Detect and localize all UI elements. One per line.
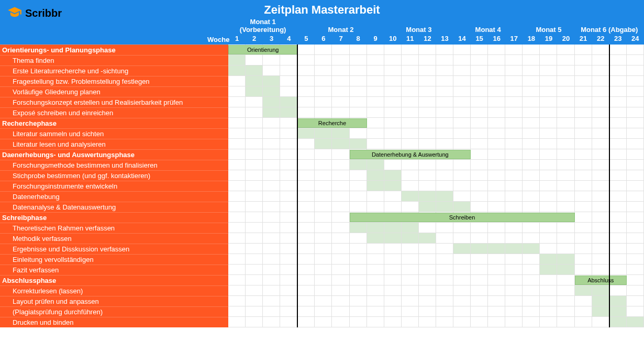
month-header: Monat 3 [384, 18, 453, 35]
gantt-cell [419, 275, 436, 285]
page-title: Zeitplan Masterarbeit [0, 0, 644, 18]
gantt-cell [557, 223, 574, 233]
gantt-cell [384, 139, 402, 149]
gantt-cell [350, 86, 367, 97]
week-header: 4 [280, 35, 297, 45]
gantt-cell [419, 191, 436, 202]
gantt-cell [332, 223, 349, 233]
gantt-cell [367, 296, 384, 306]
gantt-cell [332, 275, 349, 285]
gantt-cell [367, 86, 384, 97]
gantt-cell [332, 233, 349, 244]
gantt-cell [315, 265, 332, 275]
gantt-cell [523, 181, 540, 191]
gantt-cell [575, 306, 592, 317]
gantt-cell [540, 306, 557, 317]
gantt-cell [367, 265, 384, 275]
gantt-cell [592, 45, 609, 55]
task-row: Stichprobe bestimmen (und ggf. kontaktie… [0, 170, 644, 181]
gantt-cell [246, 160, 263, 170]
gantt-cell [419, 285, 436, 296]
gantt-cell [297, 86, 315, 97]
gantt-cell [609, 317, 627, 327]
task-label: Fazit verfassen [0, 265, 228, 275]
gantt-cell [557, 191, 574, 202]
gantt-cell [505, 233, 523, 244]
task-label: Forschungsinstrumente entwickeln [0, 181, 228, 191]
gantt-cell [384, 65, 402, 76]
gantt-cell [350, 254, 367, 265]
gantt-cell [332, 86, 349, 97]
gantt-cell [280, 128, 297, 139]
gantt-cell [246, 212, 263, 223]
gantt-cell [297, 55, 315, 65]
gantt-cell [228, 170, 246, 181]
gantt-cell [453, 45, 471, 55]
gantt-cell [627, 317, 644, 327]
gantt-cell [246, 139, 263, 149]
gantt-cell [609, 118, 627, 128]
gantt-cell [332, 254, 349, 265]
gantt-cell [246, 191, 263, 202]
gantt-cell [471, 139, 488, 149]
gantt-cell [471, 128, 488, 139]
task-label: Forschungskonzept erstellen und Realisie… [0, 97, 228, 107]
gantt-cell [453, 265, 471, 275]
gantt-cell [402, 170, 419, 181]
gantt-cell [297, 265, 315, 275]
task-row: Korrekturlesen (lassen) [0, 285, 644, 296]
gantt-cell [350, 317, 367, 327]
gantt-cell [367, 170, 384, 181]
gantt-cell [557, 233, 574, 244]
gantt-cell [246, 265, 263, 275]
gantt-cell [523, 45, 540, 55]
task-row: Fragestellung bzw. Problemstellung festl… [0, 76, 644, 86]
gantt-cell [488, 128, 505, 139]
gantt-cell [367, 139, 384, 149]
gantt-cell [263, 149, 280, 160]
gantt-cell [627, 306, 644, 317]
gantt-cell [609, 149, 627, 160]
gantt-cell [246, 55, 263, 65]
gantt-cell [228, 265, 246, 275]
gantt-cell [453, 55, 471, 65]
gantt-cell [384, 160, 402, 170]
gantt-cell [384, 244, 402, 254]
gantt-cell [315, 275, 332, 285]
gantt-cell [436, 202, 453, 212]
gantt-cell [384, 233, 402, 244]
gantt-cell [315, 86, 332, 97]
gantt-cell [523, 191, 540, 202]
gantt-cell [263, 223, 280, 233]
week-header: 20 [557, 35, 574, 45]
gantt-cell [471, 45, 488, 55]
gantt-cell [575, 244, 592, 254]
phase-row: RecherchephaseRecherche [0, 118, 644, 128]
gantt-cell [627, 181, 644, 191]
gantt-cell [488, 149, 505, 160]
gantt-cell [402, 265, 419, 275]
task-label: Drucken und binden [0, 317, 228, 327]
gantt-cell [315, 45, 332, 55]
gantt-cell [384, 191, 402, 202]
gantt-cell [453, 285, 471, 296]
gantt-cell [419, 118, 436, 128]
gantt-cell [384, 254, 402, 265]
gantt-cell [315, 55, 332, 65]
gantt-cell [436, 275, 453, 285]
gantt-cell [228, 97, 246, 107]
task-row: Exposé schreiben und einreichen [0, 107, 644, 118]
gantt-cell [471, 107, 488, 118]
gantt-cell [367, 128, 384, 139]
gantt-cell [246, 107, 263, 118]
week-header: 11 [402, 35, 419, 45]
week-header: 3 [263, 35, 280, 45]
gantt-cell [402, 65, 419, 76]
gantt-cell [419, 128, 436, 139]
gantt-cell [436, 55, 453, 65]
gantt-cell [402, 160, 419, 170]
gantt-cell [315, 65, 332, 76]
gantt-cell [557, 296, 574, 306]
gantt-cell [471, 149, 488, 160]
task-row: Theoretischen Rahmen verfassen [0, 223, 644, 233]
